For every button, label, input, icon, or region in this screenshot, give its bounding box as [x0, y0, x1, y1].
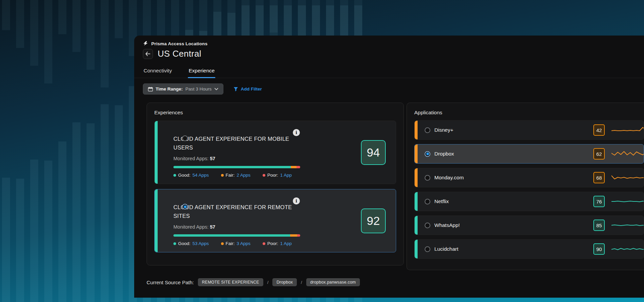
time-range-label: Time Range:: [156, 86, 183, 92]
experience-card-title: Cloud Agent Experience for Remote Sites: [173, 203, 292, 220]
app-window: Prisma Access Locations US Central Conne…: [134, 36, 644, 298]
source-path-chip-app[interactable]: Dropbox: [272, 278, 297, 286]
breadcrumb: Prisma Access Locations: [143, 41, 635, 46]
breadcrumb-label: Prisma Access Locations: [151, 41, 208, 46]
sparkline-chart: [611, 173, 644, 182]
score-badge: 68: [593, 172, 605, 183]
app-row-monday[interactable]: Monday.com 68: [414, 168, 644, 187]
monitored-apps: Monitored Apps:57: [173, 156, 387, 161]
app-radio[interactable]: [425, 246, 430, 252]
legend-fair: Fair:3 Apps: [221, 241, 251, 246]
chevron-down-icon: [214, 88, 218, 90]
app-name: Lucidchart: [434, 246, 459, 252]
apps-legend: Good:53 Apps Fair:3 Apps Poor:1 App: [173, 241, 387, 246]
current-source-path: Current Source Path: REMOTE SITE EXPERIE…: [147, 278, 644, 286]
legend-good: Good:54 Apps: [173, 173, 209, 178]
app-radio[interactable]: [425, 127, 430, 133]
window-header: Prisma Access Locations US Central: [134, 36, 644, 59]
source-path-chip-domain[interactable]: dropbox.panwsase.com: [306, 278, 360, 286]
sparkline-chart: [611, 149, 644, 159]
legend-poor: Poor:1 App: [263, 173, 292, 178]
experience-card-title: Cloud Agent Experience for Mobile Users: [173, 135, 292, 152]
tab-bar: Connectivity Experience: [134, 64, 644, 78]
applications-title: Applications: [414, 110, 644, 116]
score-badge: 85: [593, 220, 605, 231]
status-accent-bar: [415, 240, 418, 258]
app-name: Dropbox: [434, 151, 454, 157]
sparkline-chart: [611, 244, 644, 254]
experience-card-remote-sites[interactable]: Cloud Agent Experience for Remote Sites …: [154, 189, 396, 252]
status-accent-bar: [155, 121, 158, 184]
prisma-access-logo-icon: [143, 41, 148, 46]
experience-card-mobile-users[interactable]: Cloud Agent Experience for Mobile Users …: [154, 121, 396, 184]
experiences-title: Experiences: [154, 110, 396, 116]
status-accent-bar: [155, 189, 158, 252]
path-separator: /: [301, 280, 302, 285]
legend-good: Good:53 Apps: [173, 241, 209, 246]
time-range-value: Past 3 Hours: [185, 86, 212, 92]
app-radio[interactable]: [425, 223, 430, 228]
page-title: US Central: [158, 49, 201, 59]
app-row-lucidchart[interactable]: Lucidchart 90: [414, 239, 644, 259]
score-badge: 90: [593, 243, 605, 255]
app-radio[interactable]: [425, 199, 430, 204]
source-path-chip-experience[interactable]: REMOTE SITE EXPERIENCE: [198, 278, 263, 286]
info-icon[interactable]: [293, 129, 300, 136]
monitored-apps: Monitored Apps:57: [173, 224, 387, 230]
apps-distribution-bar: [173, 166, 300, 168]
applications-panel: Applications Disney+ 42 Dropbox 62: [407, 103, 644, 270]
apps-distribution-bar: [173, 234, 300, 237]
score-badge: 76: [593, 196, 605, 207]
time-range-dropdown[interactable]: Time Range: Past 3 Hours: [143, 83, 223, 95]
calendar-icon: [148, 87, 153, 92]
app-row-netflix[interactable]: Netflix 76: [414, 192, 644, 211]
experience-radio[interactable]: [182, 204, 188, 209]
app-row-disney[interactable]: Disney+ 42: [414, 120, 644, 140]
status-accent-bar: [415, 216, 418, 235]
applications-list: Disney+ 42 Dropbox 62 Monday.com 68: [414, 120, 644, 259]
back-button[interactable]: [143, 49, 153, 59]
add-filter-button[interactable]: Add Filter: [233, 86, 262, 92]
legend-poor: Poor:1 App: [263, 241, 292, 246]
legend-fair: Fair:2 Apps: [221, 173, 251, 178]
main-content: Experiences Cloud Agent Experience for M…: [134, 95, 644, 270]
app-radio[interactable]: [425, 151, 430, 157]
add-filter-label: Add Filter: [241, 86, 262, 92]
app-name: Disney+: [434, 127, 453, 133]
score-badge: 42: [593, 124, 605, 136]
sparkline-chart: [611, 221, 644, 230]
tab-experience[interactable]: Experience: [188, 64, 215, 78]
app-row-whatsapp[interactable]: WhatsApp! 85: [414, 216, 644, 235]
path-separator: /: [267, 280, 269, 285]
sparkline-chart: [611, 197, 644, 206]
status-accent-bar: [415, 192, 418, 211]
app-name: Monday.com: [434, 175, 464, 181]
app-radio[interactable]: [425, 175, 430, 181]
experience-radio[interactable]: [182, 135, 188, 141]
apps-legend: Good:54 Apps Fair:2 Apps Poor:1 App: [173, 173, 387, 178]
app-row-dropbox[interactable]: Dropbox 62: [414, 144, 644, 164]
status-accent-bar: [415, 121, 418, 139]
app-name: Netflix: [434, 198, 449, 204]
status-accent-bar: [415, 168, 418, 187]
experiences-panel: Experiences Cloud Agent Experience for M…: [147, 103, 404, 265]
info-icon[interactable]: [293, 197, 300, 204]
filter-funnel-icon: [233, 87, 238, 92]
filter-bar: Time Range: Past 3 Hours Add Filter: [134, 78, 644, 95]
source-path-label: Current Source Path:: [147, 280, 194, 285]
app-name: WhatsApp!: [434, 222, 460, 228]
status-accent-bar: [415, 144, 418, 163]
experience-score: 92: [361, 208, 386, 233]
tab-connectivity[interactable]: Connectivity: [143, 64, 172, 78]
experience-score: 94: [361, 140, 386, 165]
sparkline-chart: [611, 125, 644, 135]
score-badge: 62: [593, 148, 605, 160]
